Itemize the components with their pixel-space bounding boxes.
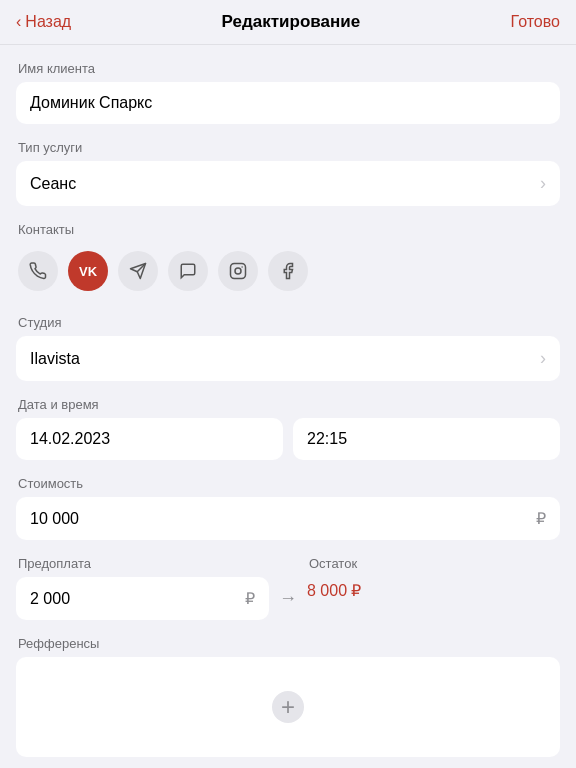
studio-field[interactable]: Ilavista › (16, 336, 560, 381)
studio-group: Студия Ilavista › (16, 315, 560, 381)
contact-phone-button[interactable] (18, 251, 58, 291)
contact-telegram-button[interactable] (118, 251, 158, 291)
prepayment-remainder-row: Предоплата ₽ → Остаток 8 000 ₽ (16, 556, 560, 620)
plus-icon: + (281, 693, 295, 721)
cost-input[interactable] (30, 510, 536, 528)
date-input[interactable] (30, 430, 269, 448)
page-title: Редактирование (222, 12, 361, 32)
prepayment-input[interactable] (30, 590, 245, 608)
client-name-label: Имя клиента (16, 61, 560, 76)
datetime-row (16, 418, 560, 460)
client-name-input[interactable] (30, 94, 546, 112)
contacts-label: Контакты (16, 222, 560, 237)
ruble-icon: ₽ (536, 509, 546, 528)
time-input[interactable] (307, 430, 546, 448)
service-type-group: Тип услуги Сеанс › (16, 140, 560, 206)
svg-point-1 (235, 268, 241, 274)
prepayment-group: Предоплата ₽ (16, 556, 269, 620)
cost-field[interactable]: ₽ (16, 497, 560, 540)
contact-facebook-button[interactable] (268, 251, 308, 291)
references-label: Рефференсы (16, 636, 560, 651)
cost-group: Стоимость ₽ (16, 476, 560, 540)
client-name-field[interactable] (16, 82, 560, 124)
chevron-right-icon: › (540, 348, 546, 369)
back-button[interactable]: ‹ Назад (16, 13, 71, 31)
cost-label: Стоимость (16, 476, 560, 491)
contact-vk-button[interactable]: VK (68, 251, 108, 291)
contact-whatsapp-button[interactable] (168, 251, 208, 291)
chevron-right-icon: › (540, 173, 546, 194)
prepayment-label: Предоплата (16, 556, 269, 571)
done-button[interactable]: Готово (511, 13, 560, 31)
svg-point-2 (241, 266, 243, 268)
prepayment-field-box[interactable]: ₽ (16, 577, 269, 620)
datetime-label: Дата и время (16, 397, 560, 412)
studio-value: Ilavista (30, 350, 80, 368)
service-type-value: Сеанс (30, 175, 76, 193)
contacts-group: Контакты VK (16, 222, 560, 299)
remainder-label: Остаток (307, 556, 357, 571)
contact-instagram-button[interactable] (218, 251, 258, 291)
studio-label: Студия (16, 315, 560, 330)
main-content: Имя клиента Тип услуги Сеанс › Контакты … (0, 45, 576, 768)
remainder-group: Остаток 8 000 ₽ (307, 556, 560, 600)
back-arrow-icon: ‹ (16, 13, 21, 31)
header: ‹ Назад Редактирование Готово (0, 0, 576, 45)
vk-icon: VK (79, 264, 97, 279)
back-label: Назад (25, 13, 71, 31)
references-box[interactable]: + (16, 657, 560, 757)
svg-rect-0 (231, 264, 246, 279)
references-group: Рефференсы + (16, 636, 560, 757)
datetime-group: Дата и время (16, 397, 560, 460)
prepayment-ruble-icon: ₽ (245, 589, 255, 608)
remainder-amount: 8 000 ₽ (307, 581, 361, 600)
remainder-value-container: 8 000 ₽ (307, 577, 361, 600)
service-type-label: Тип услуги (16, 140, 560, 155)
arrow-right-icon: → (279, 588, 297, 609)
time-field[interactable] (293, 418, 560, 460)
date-field[interactable] (16, 418, 283, 460)
contacts-row: VK (16, 243, 560, 299)
add-reference-button[interactable]: + (272, 691, 304, 723)
client-name-group: Имя клиента (16, 61, 560, 124)
service-type-field[interactable]: Сеанс › (16, 161, 560, 206)
